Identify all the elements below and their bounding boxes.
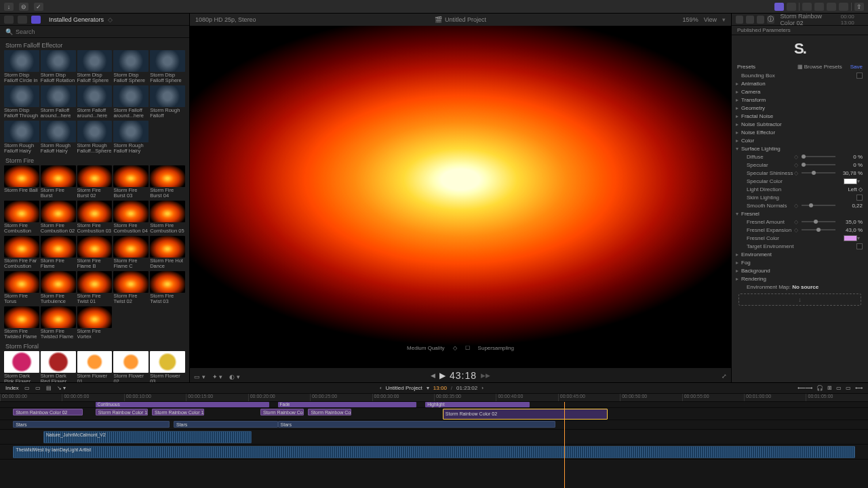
generator-thumb[interactable]: Storm Dark Pink Flower: [4, 351, 39, 382]
generator-thumb[interactable]: Storm Fire Combustion 04: [113, 201, 149, 235]
zoom-value[interactable]: 159%: [683, 16, 698, 23]
generator-thumb[interactable]: Storm Disp Falloff Sphere in a Plane: [77, 50, 113, 84]
share-icon[interactable]: ⇪: [854, 3, 864, 11]
param-row[interactable]: ▾Surface Lighting: [732, 144, 868, 152]
play-icon[interactable]: ▶: [439, 371, 446, 380]
generator-thumb[interactable]: Storm Disp Falloff Sphere Out: [113, 50, 149, 84]
generator-thumb[interactable]: Storm Fire Burst: [41, 165, 76, 199]
generator-thumb[interactable]: Storm Rough Falloff Hairy Torus: [113, 121, 149, 155]
tl-tool-1-icon[interactable]: ▭: [24, 385, 30, 391]
param-row[interactable]: Specular Shininess◇30,78 %: [732, 169, 868, 177]
tl-skimming-icon[interactable]: ⟵⟶: [797, 385, 812, 391]
generator-thumb[interactable]: Storm Fire Twisted Flame 02: [41, 306, 76, 340]
parameter-list[interactable]: Bounding Box▸Animation▸Camera▸Transform▸…: [732, 71, 868, 382]
param-row[interactable]: Diffuse◇0 %: [732, 152, 868, 161]
viewer-canvas[interactable]: Medium Quality◇ ☐Supersampling: [190, 26, 731, 367]
param-row[interactable]: Skim Lighting: [732, 193, 868, 201]
generator-thumb[interactable]: Storm Dark Red Flower: [41, 351, 76, 382]
generator-thumb[interactable]: Storm Fire Burst 04: [150, 165, 185, 199]
param-row[interactable]: ▸Fractal Noise: [732, 112, 868, 120]
tl-zoom-icon[interactable]: ⟷: [855, 385, 863, 391]
generator-thumb[interactable]: Storm Disp Falloff Sphere Rotation: [150, 50, 185, 84]
generator-thumb[interactable]: Storm Fire Hot Dance: [150, 236, 185, 270]
param-row[interactable]: Fresnel Amount◇35,0 %: [732, 218, 868, 226]
storyline-label[interactable]: Fade: [278, 402, 417, 407]
timeline-clip[interactable]: Stars: [278, 421, 556, 428]
browser-dropdown[interactable]: Installed Generators: [49, 16, 104, 23]
library-tab-icon[interactable]: [4, 16, 14, 24]
param-row[interactable]: ▸Camera: [732, 87, 868, 96]
param-row[interactable]: ▸Background: [732, 266, 868, 274]
tl-tool-4-icon[interactable]: ↘ ▾: [57, 385, 66, 391]
param-row[interactable]: ▸Noise Effector: [732, 128, 868, 136]
generator-thumb[interactable]: Storm Fire Combustion 02: [41, 201, 76, 235]
param-row[interactable]: Target Environment: [732, 242, 868, 250]
generator-thumb[interactable]: Storm Fire Flame B: [77, 236, 113, 270]
check-icon[interactable]: ✓: [34, 3, 43, 11]
panel-icon-3[interactable]: [827, 3, 836, 11]
browse-presets-button[interactable]: ▦ Browse Presets: [797, 64, 842, 70]
generator-thumb[interactable]: Storm Fire Twisted Flame 01: [4, 306, 39, 340]
generator-thumb[interactable]: Storm Flower 01: [77, 351, 113, 382]
tl-tool-3-icon[interactable]: ▤: [46, 385, 52, 391]
layout-icon-1[interactable]: [774, 3, 784, 11]
tl-next-icon[interactable]: ›: [481, 385, 484, 391]
timeline-clip[interactable]: Storm Rainbow Color 17: [152, 409, 204, 415]
panel-icon-4[interactable]: [839, 3, 848, 11]
generator-thumb[interactable]: Storm Fire Twist 02: [113, 271, 149, 305]
generator-thumb[interactable]: Storm Disp Falloff Rotation: [41, 50, 76, 84]
panel-icon-2[interactable]: [814, 3, 824, 11]
keyword-icon[interactable]: ⊖: [19, 3, 28, 11]
generator-thumb[interactable]: Storm Rough Falloff Hairy: [4, 121, 39, 155]
tl-prev-icon[interactable]: ‹: [380, 385, 382, 391]
timeline-clip[interactable]: Storm Rainbow Color 18: [96, 409, 148, 415]
generator-thumb[interactable]: Storm Fire Torus Combustion: [4, 271, 39, 305]
generator-thumb[interactable]: Storm Fire Combustion 03: [77, 201, 113, 235]
insp-tab-info-icon[interactable]: ⓘ: [767, 16, 774, 24]
fullscreen-icon[interactable]: ⤢: [722, 373, 727, 380]
timeline-clip[interactable]: Storm Rainbow Color 03: [260, 409, 304, 415]
param-row[interactable]: ▸Geometry: [732, 104, 868, 112]
tl-audio-skim-icon[interactable]: 🎧: [816, 385, 823, 391]
timeline-clip[interactable]: Storm Rainbow Color 08: [308, 409, 351, 415]
generator-thumb[interactable]: Storm Fire Twist 03: [150, 271, 185, 305]
timeline-tracks[interactable]: ContinuousFadeHighlight Storm Rainbow Co…: [0, 402, 868, 488]
panel-icon-1[interactable]: [802, 3, 812, 11]
generator-thumb[interactable]: Storm Fire Burst 03: [113, 165, 149, 199]
generator-browser[interactable]: Storm Falloff EffectorStorm Disp Falloff…: [0, 38, 189, 382]
param-row[interactable]: ▸Noise Subtractor: [732, 120, 868, 128]
param-row[interactable]: ▾Fresnel: [732, 209, 868, 218]
insp-tab-color-icon[interactable]: [746, 16, 753, 24]
param-row[interactable]: ▸Transform: [732, 96, 868, 104]
audio-clip[interactable]: TheWildWest by IamDayLight Artlist: [13, 446, 855, 458]
next-frame-icon[interactable]: ▶▶: [481, 372, 490, 379]
insp-tab-video-icon[interactable]: [736, 16, 743, 24]
generator-thumb[interactable]: Storm Rough Falloff Hairy Plane: [41, 121, 76, 155]
crop-tool-icon[interactable]: ✦ ▾: [212, 373, 223, 380]
param-row[interactable]: ▸Rendering: [732, 274, 868, 283]
generator-thumb[interactable]: Storm Fire Combustion: [4, 201, 39, 235]
param-row[interactable]: Fresnel Color▾: [732, 234, 868, 242]
generator-thumb[interactable]: Storm Fire Flame C: [113, 236, 149, 270]
timeline-clip[interactable]: Storm Rainbow Color 02: [443, 409, 608, 420]
layout-icon-2[interactable]: [787, 3, 796, 11]
enhance-tool-icon[interactable]: ◐ ▾: [229, 373, 240, 380]
generator-thumb[interactable]: Storm Rough Falloff...Sphere: [77, 121, 113, 155]
index-button[interactable]: Index: [5, 385, 19, 391]
storyline-label[interactable]: Continuous: [96, 402, 269, 407]
param-row[interactable]: Bounding Box: [732, 71, 868, 79]
tl-solo-icon[interactable]: ▭: [836, 385, 842, 391]
timeline-ruler[interactable]: 00:00:00:0000:00:05:0000:00:10:0000:00:1…: [0, 394, 868, 402]
param-row[interactable]: ▸Animation: [732, 79, 868, 87]
generator-thumb[interactable]: Storm Fire Turbulence: [41, 271, 76, 305]
generator-thumb[interactable]: Storm Fire Burst 02: [77, 165, 113, 199]
generator-thumb[interactable]: Storm Rough Falloff a...sphere: [150, 85, 185, 119]
generator-thumb[interactable]: Storm Disp Falloff Circle in a Plane: [4, 50, 39, 84]
photos-tab-icon[interactable]: [18, 16, 27, 24]
generator-thumb[interactable]: Storm Fire Vortex Combustion: [77, 306, 113, 340]
view-menu[interactable]: View: [704, 16, 717, 23]
search-input[interactable]: [16, 28, 184, 35]
generators-tab-icon[interactable]: [31, 16, 41, 24]
tl-project-name[interactable]: Untitled Project: [386, 385, 422, 391]
generator-thumb[interactable]: Storm Falloff around...here 04: [113, 85, 149, 119]
